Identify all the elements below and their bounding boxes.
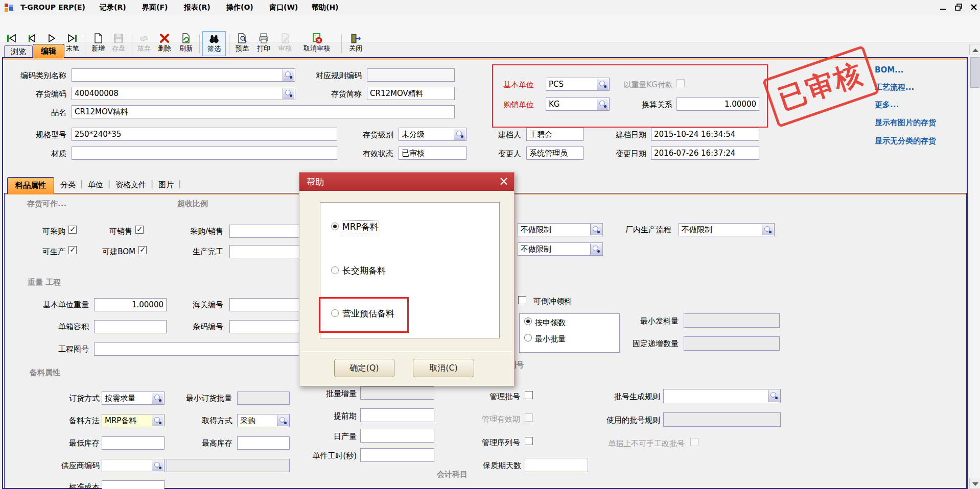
option-mrp-label[interactable]: MRP备料 [342,221,379,233]
can-sale-checkbox[interactable] [135,226,144,234]
link-bom[interactable]: BOM... [875,65,903,75]
lookup-icon[interactable] [590,224,602,235]
backflush-checkbox[interactable] [518,296,526,304]
order-mode-field[interactable]: 按需求量 [102,392,165,405]
supplier-field[interactable] [102,459,165,472]
item-code-field[interactable]: 400400008 [72,87,295,100]
subtab-qualification[interactable]: 资格文件 [115,180,151,189]
no-limit-field-1[interactable]: 不做限制 [518,223,603,236]
dialog-close-icon[interactable]: × [499,175,509,188]
trade-unit-field[interactable]: KG [546,97,610,111]
last-record-button[interactable]: 末笔 [62,32,83,56]
std-cost-field[interactable] [102,480,165,489]
menu-report[interactable]: 报表(R) [184,3,211,12]
base-unit-field[interactable]: PCS [546,78,610,91]
max-stock-field[interactable] [237,436,290,450]
min-stock-field[interactable] [102,436,165,450]
batch-rule-field[interactable] [663,389,781,403]
cancel-button[interactable]: 取消(C) [413,359,474,377]
lookup-icon[interactable] [597,99,609,110]
link-show-unclassified[interactable]: 显示无分类的存货 [875,136,936,146]
preview-button[interactable]: 预览 [232,32,252,56]
print-button[interactable]: 打印 [253,32,274,56]
scrollbar-thumb[interactable] [970,57,979,88]
lookup-icon[interactable] [283,69,294,81]
filter-button[interactable]: 筛选 [202,31,226,56]
can-purchase-checkbox[interactable] [68,226,77,234]
lookup-icon[interactable] [152,460,164,471]
restore-icon[interactable] [952,3,965,12]
subtab-item-attributes[interactable]: 料品属性 [7,177,54,194]
lead-time-field[interactable] [360,408,434,422]
minimize-icon[interactable] [937,3,949,12]
base-unit-label: 基本单位 [497,80,534,89]
min-batch-radio[interactable] [524,334,532,341]
acquire-mode-field[interactable]: 采购 [237,414,290,427]
lookup-icon[interactable] [762,224,774,235]
delete-button[interactable]: 删除 [154,32,175,56]
close-icon[interactable] [968,3,980,12]
link-process-flow[interactable]: 工艺流程... [875,83,914,92]
manage-serial-checkbox[interactable] [525,437,533,445]
manage-batch-checkbox[interactable] [525,391,533,399]
option-long-lead-radio[interactable] [331,266,339,274]
menu-app[interactable]: T-GROUP ERP(E) [20,3,85,11]
lookup-icon[interactable] [597,79,609,90]
option-sales-forecast-label[interactable]: 营业预估备料 [342,308,394,320]
tab-edit[interactable]: 编辑 [33,44,64,58]
batch-rule-label: 批号生成规则 [598,392,660,401]
item-code-label: 存货编码 [5,89,66,99]
can-produce-checkbox[interactable] [68,246,77,254]
menu-window[interactable]: 窗口(W) [269,3,298,12]
close-form-button[interactable]: 关闭 [345,32,366,56]
dialog-titlebar[interactable]: 帮助 × [299,173,514,191]
menu-record[interactable]: 记录(R) [100,3,126,12]
subtab-separator: | [178,179,182,188]
prepare-method-field[interactable]: MRP备料 [102,414,165,427]
item-name-field[interactable]: CR12MOV精料 [72,105,455,118]
menu-view[interactable]: 界面(F) [142,3,168,12]
item-short-field[interactable]: CR12MOV精料 [367,87,455,100]
lookup-icon[interactable] [152,393,164,404]
daily-output-field[interactable] [360,429,434,443]
by-request-radio[interactable] [524,317,532,325]
can-bom-checkbox[interactable] [138,246,147,254]
refresh-button[interactable]: 刷新 [176,32,196,56]
scroll-up-icon[interactable] [969,44,980,55]
subtab-classification[interactable]: 分类 [60,180,81,189]
lookup-icon[interactable] [283,88,294,99]
spec-field[interactable]: 250*240*35 [72,128,337,141]
subtab-image[interactable]: 图片 [158,180,179,189]
link-more[interactable]: 更多... [875,100,899,110]
lookup-icon[interactable] [152,415,164,426]
lookup-icon[interactable] [277,415,289,426]
conversion-field[interactable]: 1.00000 [676,97,759,111]
unit-hours-field[interactable] [360,448,434,462]
factory-flow-field[interactable]: 不做限制 [679,223,775,236]
ok-button[interactable]: 确定(Q) [334,359,394,377]
base-weight-field[interactable]: 1.00000 [94,298,167,311]
shelf-days-field[interactable] [525,458,588,472]
subtab-unit[interactable]: 单位 [88,180,108,189]
option-mrp-radio[interactable] [331,223,339,230]
option-long-lead-label[interactable]: 长交期备料 [342,265,386,277]
scroll-down-icon[interactable] [969,478,980,489]
cancel-audit-button[interactable]: 取消审核 [295,32,338,56]
new-button[interactable]: 新增 [88,32,108,56]
vertical-scrollbar[interactable] [969,44,980,489]
code-category-field[interactable] [72,68,295,82]
tab-browse[interactable]: 浏览 [4,45,33,58]
menu-action[interactable]: 操作(O) [226,3,253,12]
lookup-icon[interactable] [590,243,602,255]
subtab-separator: | [151,179,155,188]
rule-code-field[interactable] [367,68,455,82]
lookup-icon[interactable] [454,129,465,140]
box-volume-field[interactable] [94,320,167,333]
link-show-with-image[interactable]: 显示有图片的存货 [875,118,936,128]
item-level-field[interactable]: 未分级 [399,128,466,141]
lookup-icon[interactable] [768,390,780,402]
option-sales-forecast-radio[interactable] [331,309,339,317]
menu-help[interactable]: 帮助(H) [312,3,339,12]
material-field[interactable] [72,146,337,160]
no-limit-field-2[interactable]: 不做限制 [518,242,603,256]
